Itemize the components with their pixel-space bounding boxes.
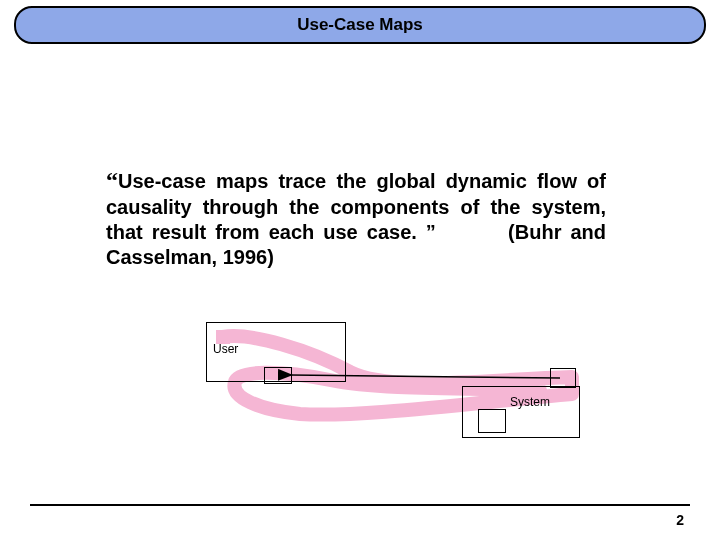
- page-number: 2: [676, 512, 684, 528]
- quote-block: “Use-case maps trace the global dynamic …: [106, 165, 606, 270]
- title-bar: Use-Case Maps: [14, 6, 706, 44]
- arrow: [180, 310, 600, 450]
- page-title: Use-Case Maps: [297, 15, 423, 35]
- footer-divider: [30, 504, 690, 506]
- diagram: User System: [180, 310, 600, 450]
- open-quote: “: [106, 167, 118, 193]
- svg-line-1: [290, 375, 560, 378]
